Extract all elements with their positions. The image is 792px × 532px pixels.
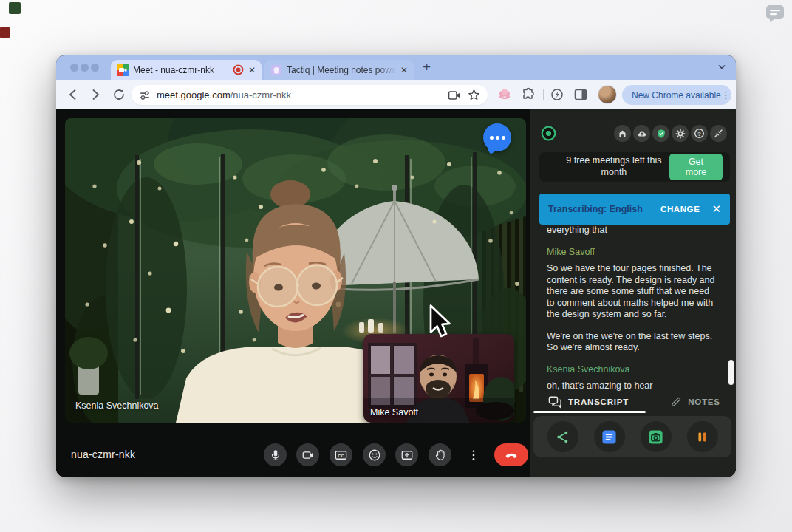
camera-icon [301, 449, 315, 462]
banner-close-icon[interactable]: ✕ [711, 202, 721, 216]
emoji-icon [368, 449, 381, 462]
tab-transcript[interactable]: TRANSCRIPT [548, 396, 629, 409]
browser-toolbar: meet.google.com/nua-czmr-nkk [56, 80, 736, 109]
tab-transcript-label: TRANSCRIPT [568, 398, 629, 406]
tab-notes[interactable]: NOTES [670, 396, 720, 408]
new-tab-button[interactable]: + [423, 59, 431, 75]
cloud-sync-button[interactable] [633, 125, 650, 142]
cloud-icon [637, 129, 647, 139]
microphone-icon [269, 449, 282, 462]
end-call-button[interactable] [494, 443, 528, 466]
transcript-speaker: Ksenia Svechnikova [547, 364, 717, 376]
home-button[interactable] [614, 125, 631, 142]
detach-icon [714, 129, 723, 138]
present-icon [400, 449, 414, 462]
captions-icon: CC [334, 449, 348, 462]
tab-close-icon[interactable]: ✕ [400, 66, 408, 75]
traffic-light-zoom[interactable] [91, 64, 99, 72]
chrome-update-button[interactable]: New Chrome available ⋮ [622, 85, 731, 105]
share-button[interactable] [547, 421, 578, 452]
meet-page: Ksenia Svechnikova [56, 109, 736, 477]
camera-button[interactable] [296, 443, 319, 466]
help-icon: ? [694, 128, 705, 139]
traffic-light-minimize[interactable] [81, 64, 89, 72]
more-options-button[interactable] [462, 443, 485, 466]
google-doc-icon [601, 429, 617, 445]
tactiq-action-bar [533, 416, 731, 457]
bookmark-star-icon[interactable] [468, 89, 480, 101]
camera-in-use-icon[interactable] [448, 89, 462, 101]
main-speaker-name: Ksenia Svechnikova [75, 400, 159, 411]
transcript-text: everything that [547, 225, 717, 236]
forward-button[interactable] [87, 86, 103, 103]
transcript-scrollbar[interactable] [728, 360, 734, 385]
chrome-update-label: New Chrome available [632, 90, 721, 100]
extensions-puzzle-icon[interactable] [521, 87, 536, 102]
captions-button[interactable]: CC [330, 443, 352, 466]
tab-search-chevron-icon[interactable] [717, 62, 727, 72]
cc-glyph: CC [338, 453, 344, 457]
tactiq-logo[interactable] [541, 126, 556, 141]
traffic-light-close[interactable] [70, 64, 78, 72]
pause-icon [696, 431, 709, 443]
settings-button[interactable] [672, 125, 689, 142]
detach-panel-button[interactable] [710, 125, 727, 142]
change-language-button[interactable]: CHANGE [660, 205, 700, 214]
tactiq-tab-bar: TRANSCRIPT NOTES [533, 392, 731, 412]
transcript-text: So we have the four pages finished. The … [547, 263, 717, 321]
tab-tactiq[interactable]: Tactiq | Meeting notes powe ✕ [264, 60, 414, 80]
transcribing-status: Transcribing: English [548, 204, 660, 214]
tab-notes-label: NOTES [688, 398, 720, 406]
tactiq-header-actions: ? [614, 125, 727, 142]
raise-hand-button[interactable] [429, 443, 451, 466]
tactiq-extension-icon[interactable] [497, 87, 512, 102]
pip-speaker-name: Mike Savoff [370, 407, 418, 417]
browser-window: Meet - nua-czmr-nkk ✕ Tactiq | Meeting n… [56, 55, 736, 477]
overlay-green-square [9, 2, 21, 14]
profile-avatar[interactable] [598, 85, 617, 104]
pip-video-mike[interactable]: Mike Savoff [363, 334, 514, 423]
back-button[interactable] [65, 86, 81, 103]
privacy-shield-button[interactable] [652, 125, 669, 142]
overlay-red-square [0, 27, 10, 38]
meeting-code: nua-czmr-nkk [71, 449, 135, 460]
shield-check-icon [656, 129, 666, 139]
toolbar-divider [543, 89, 544, 100]
reload-button[interactable] [111, 86, 127, 103]
help-button[interactable]: ? [691, 125, 708, 142]
microphone-button[interactable] [264, 443, 287, 466]
tab-close-icon[interactable]: ✕ [248, 66, 256, 75]
more-vertical-icon[interactable]: ⋮ [721, 89, 731, 100]
get-more-button[interactable]: Get more [669, 154, 723, 180]
tab-title: Meet - nua-czmr-nkk [133, 65, 228, 75]
side-panel-icon[interactable] [573, 87, 588, 102]
site-settings-icon[interactable] [139, 89, 151, 101]
share-icon [556, 430, 570, 444]
reactions-button[interactable] [363, 443, 386, 466]
question-glyph: ? [697, 131, 701, 137]
screenshot-button[interactable] [641, 421, 672, 452]
tactiq-sidebar: ? 9 free meetings left this month Get mo… [530, 109, 736, 477]
present-screen-button[interactable] [395, 443, 418, 466]
recorder-extension-icon[interactable] [550, 87, 564, 102]
address-bar[interactable]: meet.google.com/nua-czmr-nkk [132, 85, 488, 105]
url-path: /nua-czmr-nkk [231, 89, 291, 100]
chat-bubbles-icon [548, 396, 562, 409]
tab-strip: Meet - nua-czmr-nkk ✕ Tactiq | Meeting n… [56, 55, 736, 80]
tab-meet[interactable]: Meet - nua-czmr-nkk ✕ [111, 60, 262, 80]
meet-main-area: Ksenia Svechnikova [56, 109, 530, 477]
pause-recording-button[interactable] [687, 421, 718, 452]
free-meetings-text: 9 free meetings left this month [559, 155, 669, 178]
google-meet-favicon [117, 64, 129, 76]
transcript-text: We're on the we're on the last few steps… [547, 331, 717, 354]
gear-icon [675, 129, 686, 139]
open-google-doc-button[interactable] [594, 421, 625, 452]
tactiq-favicon [270, 64, 282, 76]
raise-hand-icon [434, 449, 447, 462]
more-vertical-icon [467, 449, 480, 462]
free-meetings-card: 9 free meetings left this month Get more [539, 152, 730, 182]
transcript-panel: everything that Mike Savoff So we have t… [547, 225, 717, 403]
active-tab-underline [533, 411, 646, 413]
messenger-chat-head[interactable] [483, 123, 511, 151]
home-icon [618, 129, 627, 138]
